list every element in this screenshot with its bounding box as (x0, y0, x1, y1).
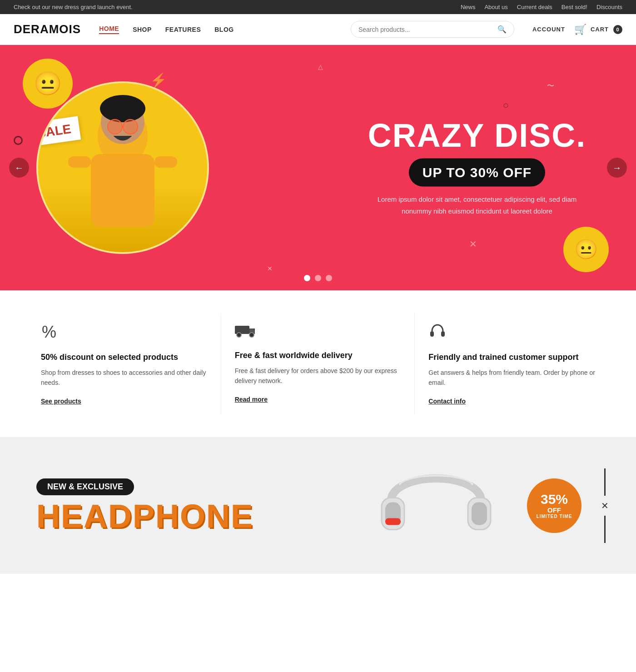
smiley-bottom-right: 😐 (563, 227, 609, 272)
hero-content: CRAZY DISC. UP TO 30% OFF Lorem ipsum do… (363, 119, 591, 217)
deco-squiggle2: 〜 (547, 81, 554, 91)
feature-support: Friendly and trained customer support Ge… (415, 313, 609, 414)
svg-rect-13 (430, 331, 434, 337)
topbar-link-deals[interactable]: Current deals (517, 4, 552, 10)
hero-next-button[interactable]: → (607, 158, 627, 178)
contact-info-link[interactable]: Contact info (428, 398, 466, 405)
topbar-link-discounts[interactable]: Discounts (596, 4, 622, 10)
topbar-link-bestsold[interactable]: Best sold! (561, 4, 587, 10)
account-link[interactable]: ACCOUNT (532, 26, 565, 33)
hero-title: CRAZY DISC. (363, 119, 591, 152)
features-section: % 50% discount on selected products Shop… (0, 290, 636, 438)
feature-delivery-desc: Free & fast delivery for orders above $2… (235, 366, 401, 386)
svg-rect-18 (472, 502, 487, 525)
svg-point-2 (100, 95, 145, 122)
feature-delivery: Free & fast worldwide delivery Free & fa… (221, 313, 415, 414)
hero-dots (304, 275, 332, 281)
svg-point-12 (249, 333, 254, 337)
deco-o1: ○ (503, 100, 509, 111)
hero-person-circle: SALE (36, 81, 209, 254)
new-exclusive-badge: NEW & EXCLUSIVE (36, 478, 134, 495)
cart-icon: 🛒 (574, 24, 587, 35)
deco-triangle: △ (318, 63, 323, 70)
deco-plus2: ✕ (267, 265, 273, 272)
hero-subtitle: UP TO 30% OFF (409, 159, 545, 187)
header: DERAMOIS HOME SHOP FEATURES BLOG 🔍 ACCOU… (0, 14, 636, 45)
search-bar[interactable]: 🔍 (351, 21, 514, 38)
topbar-link-about[interactable]: About us (484, 4, 507, 10)
search-input[interactable] (358, 26, 497, 33)
hero-dot-1[interactable] (304, 275, 310, 281)
banner-deco: ✕ (601, 468, 609, 543)
topbar-link-news[interactable]: News (461, 4, 476, 10)
discount-limited: LIMITED TIME (537, 514, 572, 519)
feature-discount: % 50% discount on selected products Shop… (27, 313, 221, 414)
see-products-link[interactable]: See products (41, 398, 81, 405)
discount-badge: 35% OFF LIMITED TIME (527, 478, 581, 533)
announcement-text: Check out our new dress grand launch eve… (14, 4, 133, 10)
deco-vertical-line2 (604, 516, 606, 543)
nav-blog[interactable]: BLOG (214, 26, 234, 33)
nav-home[interactable]: HOME (99, 25, 119, 34)
svg-rect-3 (91, 154, 154, 227)
svg-rect-10 (235, 326, 249, 334)
deco-x: ✕ (601, 500, 609, 511)
svg-rect-5 (154, 156, 177, 168)
banner-text: NEW & EXCLUSIVE HEADPHONE (36, 478, 600, 533)
deco-dot1 (14, 136, 23, 145)
svg-rect-4 (68, 156, 91, 168)
nav-shop[interactable]: SHOP (133, 26, 152, 33)
top-bar-links: News About us Current deals Best sold! D… (461, 4, 622, 10)
feature-discount-title: 50% discount on selected products (41, 353, 207, 362)
top-bar: Check out our new dress grand launch eve… (0, 0, 636, 14)
header-right: ACCOUNT 🛒 CART 0 (532, 24, 622, 35)
hero-banner: 😐 😐 ⚡ ○ 〰 〜 ✕ △ ✕ SALE (0, 45, 636, 290)
feature-support-desc: Get answers & helps from friendly team. … (428, 368, 595, 388)
truck-icon (235, 322, 401, 343)
hero-prev-button[interactable]: ← (9, 158, 29, 178)
nav-features[interactable]: FEATURES (165, 26, 201, 33)
discount-percentage: 35% (541, 493, 568, 506)
hero-dot-3[interactable] (326, 275, 332, 281)
svg-text:%: % (42, 323, 56, 340)
person-svg (55, 90, 191, 245)
headphone-title: HEADPHONE (36, 500, 600, 533)
cart-count: 0 (613, 25, 622, 34)
deco-vertical-line (604, 468, 606, 496)
headphones-icon (428, 322, 595, 344)
svg-point-7 (123, 119, 138, 134)
discount-off: OFF (547, 506, 561, 514)
hero-dot-2[interactable] (315, 275, 321, 281)
hero-person: SALE (38, 83, 207, 252)
read-more-link[interactable]: Read more (235, 396, 268, 403)
svg-point-11 (237, 333, 241, 337)
search-icon[interactable]: 🔍 (497, 25, 507, 34)
logo[interactable]: DERAMOIS (14, 22, 81, 36)
svg-point-6 (108, 119, 122, 134)
cart-button[interactable]: 🛒 CART 0 (574, 24, 622, 35)
headphone-image (373, 448, 500, 563)
feature-delivery-title: Free & fast worldwide delivery (235, 351, 401, 360)
deco-plus: ✕ (469, 239, 477, 249)
svg-rect-14 (441, 331, 445, 337)
product-banner: NEW & EXCLUSIVE HEADPHONE 35% OFF LIMITE… (0, 438, 636, 574)
feature-support-title: Friendly and trained customer support (428, 353, 595, 362)
svg-rect-19 (385, 518, 401, 525)
hero-description: Lorem ipsum dolor sit amet, consectetuer… (363, 194, 591, 217)
headphone-svg (373, 448, 500, 548)
main-nav: HOME SHOP FEATURES BLOG (99, 25, 234, 34)
discount-icon: % (41, 322, 207, 344)
cart-label: CART (591, 26, 609, 33)
feature-discount-desc: Shop from dresses to shoes to accessorie… (41, 368, 207, 388)
